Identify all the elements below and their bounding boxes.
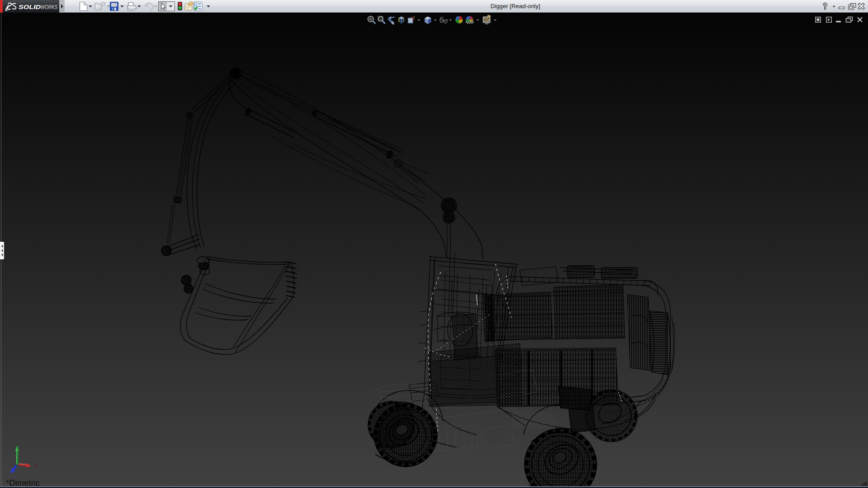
svg-text:X: X bbox=[34, 462, 38, 468]
svg-text:Y: Y bbox=[15, 442, 19, 448]
svg-text:SOLID: SOLID bbox=[19, 4, 41, 10]
svg-text:WORKS: WORKS bbox=[41, 4, 57, 10]
